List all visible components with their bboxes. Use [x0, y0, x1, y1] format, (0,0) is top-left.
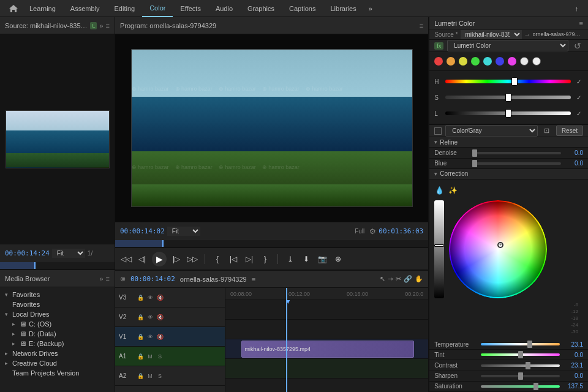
- team-projects[interactable]: Team Projects Version: [2, 368, 112, 378]
- swatch-orange[interactable]: [447, 57, 455, 66]
- tint-thumb[interactable]: [518, 351, 523, 358]
- color-gray-checkbox[interactable]: [434, 127, 442, 135]
- v2-toggle[interactable]: 🔒: [136, 313, 145, 322]
- v1-clip[interactable]: mikhail-nilov-8357295.mp4: [241, 341, 413, 358]
- a1-toggle[interactable]: 🔒: [136, 352, 145, 361]
- go-out[interactable]: ▷|: [243, 253, 255, 265]
- v2-track[interactable]: [225, 320, 428, 339]
- correction-section-header[interactable]: ▾ Correction: [429, 169, 588, 179]
- close-timeline-icon[interactable]: ⊗: [120, 275, 126, 283]
- v2-eye[interactable]: 👁: [146, 313, 154, 322]
- hsl-s-check[interactable]: ✓: [575, 93, 583, 102]
- drive-d[interactable]: ▸ 🖥 D: (Data): [2, 329, 112, 339]
- hsl-h-slider[interactable]: [445, 80, 571, 83]
- source-panel-menu[interactable]: ≡: [106, 22, 110, 29]
- a1-solo[interactable]: S: [156, 352, 164, 361]
- menu-learning[interactable]: Learning: [22, 0, 63, 17]
- sharpen-slider[interactable]: [481, 375, 560, 377]
- brightness-slider[interactable]: [434, 200, 444, 298]
- menu-assembly[interactable]: Assembly: [63, 0, 107, 17]
- mark-in[interactable]: {: [211, 253, 224, 265]
- home-icon[interactable]: [5, 0, 22, 17]
- color-wheel[interactable]: +: [449, 200, 547, 298]
- menu-color[interactable]: Color: [142, 0, 173, 17]
- prev-frame-btn[interactable]: ◁|: [136, 253, 148, 265]
- local-drives-item[interactable]: ▾ Local Drives: [2, 309, 112, 319]
- favorites-sub[interactable]: Favorites: [2, 300, 112, 309]
- settings-icon[interactable]: ⚙: [369, 227, 376, 236]
- program-fit-select[interactable]: Fit 25% 50% 100%: [167, 227, 200, 236]
- denoise-slider[interactable]: [475, 152, 561, 154]
- source-scrubber[interactable]: [0, 262, 115, 270]
- swatch-green[interactable]: [471, 57, 480, 66]
- drive-e[interactable]: ▸ 🖥 E: (Backup): [2, 339, 112, 349]
- fx-dropdown[interactable]: Lumetri Color: [447, 40, 568, 51]
- swatch-blue[interactable]: [496, 57, 504, 66]
- track-select-tool[interactable]: ⇾: [388, 275, 393, 283]
- hsl-s-thumb[interactable]: [505, 93, 511, 102]
- v2-mute[interactable]: 🔇: [156, 313, 164, 322]
- contrast-thumb[interactable]: [526, 362, 530, 369]
- swatch-magenta[interactable]: [508, 57, 516, 66]
- menu-graphics[interactable]: Graphics: [240, 0, 282, 17]
- a2-mute[interactable]: M: [146, 372, 154, 380]
- menu-editing[interactable]: Editing: [107, 0, 143, 17]
- menu-libraries[interactable]: Libraries: [323, 0, 363, 17]
- more-transport[interactable]: ⊕: [332, 253, 344, 265]
- brightness-thumb[interactable]: [434, 244, 444, 247]
- blue-thumb[interactable]: [472, 160, 477, 167]
- creative-cloud[interactable]: ▸ Creative Cloud: [2, 358, 112, 368]
- camera-btn[interactable]: 📷: [316, 253, 328, 265]
- a2-toggle[interactable]: 🔒: [136, 372, 145, 380]
- slip-tool[interactable]: ✋: [415, 275, 423, 283]
- v3-toggle[interactable]: 🔒: [136, 293, 145, 302]
- hsl-l-thumb[interactable]: [505, 109, 511, 118]
- sharpen-thumb[interactable]: [518, 372, 523, 380]
- program-menu[interactable]: ≡: [420, 22, 423, 29]
- v1-track[interactable]: mikhail-nilov-8357295.mp4: [225, 339, 428, 359]
- tint-slider[interactable]: [481, 353, 560, 356]
- hsl-l-check[interactable]: ✓: [575, 109, 583, 118]
- menu-audio[interactable]: Audio: [208, 0, 240, 17]
- scrubber-head[interactable]: [34, 262, 36, 269]
- v1-eye[interactable]: 👁: [146, 333, 154, 341]
- hsl-s-slider[interactable]: [445, 96, 571, 99]
- v3-mute[interactable]: 🔇: [156, 293, 164, 302]
- temperature-slider[interactable]: [481, 343, 560, 345]
- a2-track[interactable]: [225, 379, 428, 392]
- export-icon[interactable]: ↑: [570, 5, 584, 12]
- swatch-yellow[interactable]: [459, 57, 467, 66]
- a1-track[interactable]: [225, 359, 428, 379]
- refine-section-header[interactable]: ▾ Refine: [429, 137, 588, 148]
- swatch-white2[interactable]: [532, 57, 541, 66]
- step-back-btn[interactable]: ◁◁: [120, 253, 132, 265]
- razor-tool[interactable]: 🔗: [404, 275, 412, 283]
- swatch-white[interactable]: [520, 57, 529, 66]
- hsl-h-thumb[interactable]: [511, 77, 518, 86]
- v1-mute[interactable]: 🔇: [156, 333, 164, 341]
- sparkle-icon[interactable]: ✨: [448, 186, 458, 195]
- fx-reset-icon[interactable]: ↺: [572, 40, 583, 51]
- v1-toggle[interactable]: 🔒: [136, 333, 145, 341]
- media-browser-menu[interactable]: ≡: [106, 275, 110, 282]
- play-btn[interactable]: ▶: [152, 252, 167, 266]
- step-fwd-btn[interactable]: ▷▷: [186, 253, 198, 265]
- swatch-cyan[interactable]: [483, 57, 492, 66]
- v3-eye[interactable]: 👁: [146, 293, 154, 302]
- source-panel-more[interactable]: »: [99, 22, 103, 29]
- a2-solo[interactable]: S: [156, 372, 164, 380]
- reset-button[interactable]: Reset: [556, 126, 583, 136]
- menu-more-icon[interactable]: »: [364, 5, 377, 12]
- program-scrubber[interactable]: [115, 240, 428, 247]
- color-gray-select[interactable]: Color/Gray: [445, 125, 538, 137]
- saturation-slider[interactable]: [481, 385, 560, 388]
- contrast-slider[interactable]: [481, 364, 560, 367]
- program-scrubber-head[interactable]: [162, 240, 164, 247]
- media-browser-more[interactable]: »: [99, 275, 103, 282]
- ripple-tool[interactable]: ✂: [396, 275, 401, 283]
- insert-btn[interactable]: ⤓: [284, 253, 296, 265]
- hsl-h-check[interactable]: ✓: [575, 77, 583, 86]
- favorites-item[interactable]: ▾ Favorites: [2, 290, 112, 300]
- temperature-thumb[interactable]: [527, 341, 532, 348]
- edit-icon[interactable]: ⊡: [541, 126, 552, 137]
